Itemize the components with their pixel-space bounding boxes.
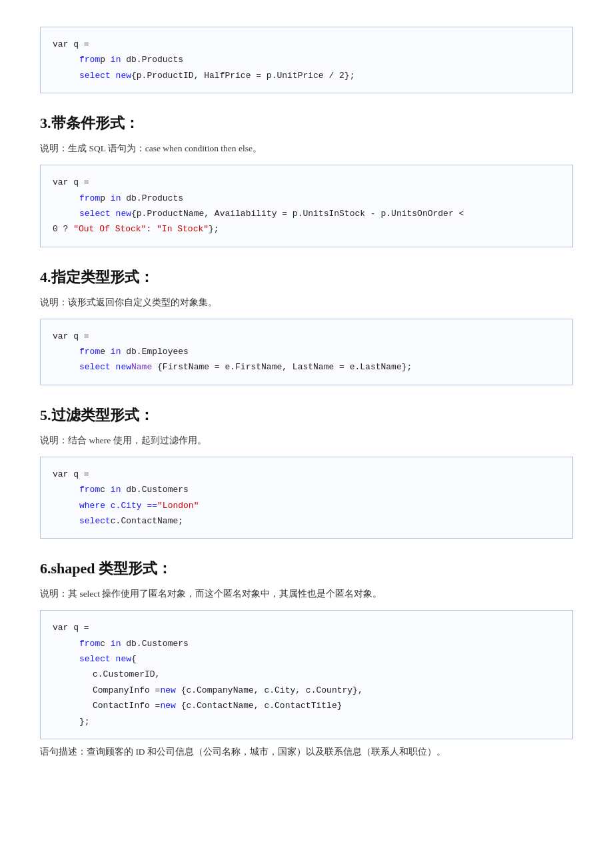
section-4: 4.指定类型形式： 说明：该形式返回你自定义类型的对象集。 var q = fr… — [40, 267, 573, 385]
code-keyword: new — [160, 701, 181, 711]
code-line: select new {p.ProductID, HalfPrice = p.U… — [53, 68, 560, 83]
code-keyword-in: in — [111, 55, 126, 65]
code-text: db.Customers — [126, 639, 189, 649]
code-keyword-select: select new — [79, 68, 131, 83]
code-line: select new { — [53, 651, 560, 667]
code-text: {p.ProductID, HalfPrice = p.UnitPrice / … — [131, 71, 354, 81]
section-3: 3.带条件形式： 说明：生成 SQL 语句为：case when conditi… — [40, 113, 573, 247]
top-code-block: var q = from p in db.Products select new… — [40, 27, 573, 93]
section-6-footer: 语句描述：查询顾客的 ID 和公司信息（公司名称，城市，国家）以及联系信息（联系… — [40, 745, 573, 760]
code-keyword: in — [111, 193, 126, 203]
code-line: var q = — [53, 467, 560, 482]
code-text: e — [100, 347, 111, 357]
code-line: var q = — [53, 329, 560, 344]
code-keyword: new — [160, 685, 181, 695]
code-text: var q = — [53, 177, 89, 187]
code-text: {c.ContactName, c.ContactTitle} — [181, 701, 342, 711]
code-keyword-from: from — [79, 52, 100, 67]
code-line: c.CustomerID, — [53, 667, 560, 682]
code-line: from c in db.Customers — [53, 636, 560, 651]
code-line: where c.City == "London" — [53, 498, 560, 513]
section-6-desc: 说明：其 select 操作使用了匿名对象，而这个匿名对象中，其属性也是个匿名对… — [40, 587, 573, 602]
section-4-heading: 4.指定类型形式： — [40, 267, 573, 287]
code-keyword: from — [79, 191, 100, 206]
code-text: c — [100, 485, 111, 495]
code-text: db.Employees — [126, 347, 189, 357]
code-text: var q = — [53, 39, 89, 49]
code-line: CompanyInfo = new {c.CompanyName, c.City… — [53, 683, 560, 698]
code-text: db.Products — [126, 55, 183, 65]
code-keyword: from — [79, 482, 100, 497]
code-line: from e in db.Employees — [53, 344, 560, 359]
code-keyword: select new — [79, 206, 131, 221]
section-6-heading: 6.shaped 类型形式： — [40, 559, 573, 579]
code-text: CompanyInfo = — [93, 683, 160, 698]
code-keyword: in — [111, 347, 126, 357]
code-text: : — [146, 224, 157, 234]
code-string: "Out Of Stock" — [73, 224, 146, 234]
code-keyword: select new — [79, 651, 131, 667]
section-6-code-block: var q = from c in db.Customers select ne… — [40, 610, 573, 739]
code-text: }; — [209, 224, 219, 234]
section-5-desc: 说明：结合 where 使用，起到过滤作用。 — [40, 433, 573, 449]
code-text: p — [100, 55, 111, 65]
section-5-code-block: var q = from c in db.Customers where c.C… — [40, 457, 573, 539]
code-line: from c in db.Customers — [53, 482, 560, 497]
section-5: 5.过滤类型形式： 说明：结合 where 使用，起到过滤作用。 var q =… — [40, 405, 573, 539]
code-string: "In Stock" — [157, 224, 209, 234]
code-text: {c.CompanyName, c.City, c.Country}, — [181, 685, 363, 695]
code-text: var q = — [53, 623, 89, 633]
code-text: { — [131, 654, 137, 664]
code-text: {FirstName = e.FirstName, LastName = e.L… — [157, 362, 412, 372]
code-text: ContactInfo = — [93, 698, 160, 713]
code-type: Name — [131, 362, 157, 372]
code-text: {p.ProductName, Availability = p.UnitsIn… — [131, 209, 464, 219]
section-3-desc: 说明：生成 SQL 语句为：case when condition then e… — [40, 141, 573, 157]
code-text: db.Customers — [126, 485, 189, 495]
code-line: var q = — [53, 37, 560, 52]
code-string: "London" — [157, 501, 199, 511]
code-line: select new {p.ProductName, Availability … — [53, 206, 560, 221]
code-text: c — [100, 639, 111, 649]
code-keyword: where c.City == — [79, 498, 157, 513]
code-line: var q = — [53, 620, 560, 635]
code-line: from p in db.Products — [53, 52, 560, 67]
code-line: }; — [53, 714, 560, 729]
section-5-heading: 5.过滤类型形式： — [40, 405, 573, 425]
top-code-section: var q = from p in db.Products select new… — [40, 27, 573, 93]
code-text: 0 ? — [53, 224, 73, 234]
code-keyword: in — [111, 639, 126, 649]
section-4-code-block: var q = from e in db.Employees select ne… — [40, 319, 573, 385]
code-keyword: select new — [79, 359, 131, 375]
code-text: c.CustomerID, — [93, 667, 160, 682]
section-3-code-block: var q = from p in db.Products select new… — [40, 165, 573, 247]
code-line: ContactInfo = new {c.ContactName, c.Cont… — [53, 698, 560, 713]
code-line: from p in db.Products — [53, 191, 560, 206]
code-keyword: in — [111, 485, 126, 495]
code-line: var q = — [53, 175, 560, 190]
code-text: var q = — [53, 469, 89, 479]
section-6: 6.shaped 类型形式： 说明：其 select 操作使用了匿名对象，而这个… — [40, 559, 573, 760]
code-text: }; — [79, 714, 90, 729]
code-line: select c.ContactName; — [53, 513, 560, 529]
section-3-heading: 3.带条件形式： — [40, 113, 573, 133]
code-text: p — [100, 193, 111, 203]
code-keyword: select — [79, 513, 111, 529]
code-keyword: from — [79, 344, 100, 359]
code-text: var q = — [53, 331, 89, 341]
section-4-desc: 说明：该形式返回你自定义类型的对象集。 — [40, 295, 573, 311]
code-text: c.ContactName; — [111, 516, 183, 526]
code-keyword: from — [79, 636, 100, 651]
code-line: select new Name {FirstName = e.FirstName… — [53, 359, 560, 375]
code-text: db.Products — [126, 193, 183, 203]
code-line: 0 ? "Out Of Stock": "In Stock"}; — [53, 221, 560, 237]
